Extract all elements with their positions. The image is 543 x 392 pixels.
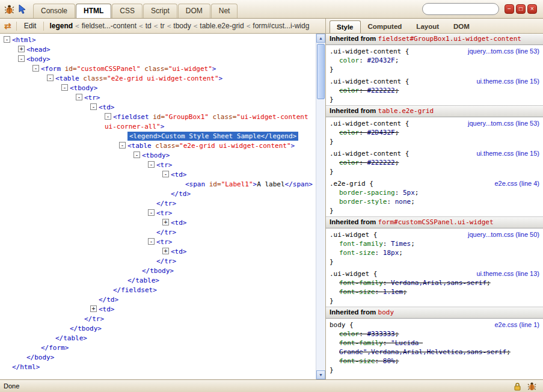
css-property[interactable]: font-size: 80%; bbox=[330, 357, 539, 366]
css-property[interactable]: color: #2D432F; bbox=[330, 56, 539, 65]
tree-node[interactable]: -<td> bbox=[1, 103, 314, 112]
tab-net[interactable]: Net bbox=[211, 4, 238, 18]
css-property[interactable]: font-family: "Lucida Grande",Verdana,Ari… bbox=[330, 338, 539, 357]
css-property[interactable]: font-size: 1.1em; bbox=[330, 287, 539, 296]
tree-node[interactable]: -<tr> bbox=[1, 161, 314, 170]
scrollbar-thumb[interactable] bbox=[317, 44, 325, 99]
css-property[interactable]: border-style: none; bbox=[330, 197, 539, 206]
collapse-icon[interactable]: - bbox=[90, 103, 97, 110]
tree-node[interactable]: -<tr> bbox=[1, 93, 314, 103]
tab-dom[interactable]: DOM bbox=[446, 20, 477, 33]
tree-node[interactable]: +<head> bbox=[1, 45, 314, 55]
css-property[interactable]: color: #2D432F; bbox=[330, 128, 539, 137]
scroll-up-icon[interactable]: ▲ bbox=[316, 34, 325, 43]
collapse-icon[interactable]: - bbox=[32, 65, 39, 72]
breadcrumb-item[interactable]: table.e2e-grid bbox=[197, 20, 246, 31]
vertical-scrollbar[interactable]: ▲ ▼ bbox=[316, 34, 325, 379]
css-property[interactable]: font-family: Times; bbox=[330, 239, 539, 248]
collapse-icon[interactable]: - bbox=[105, 113, 111, 120]
breadcrumb-item[interactable]: legend bbox=[47, 20, 75, 31]
expand-icon[interactable]: + bbox=[90, 305, 97, 312]
tab-layout[interactable]: Layout bbox=[409, 20, 446, 33]
tree-node[interactable]: </tr> bbox=[1, 228, 314, 237]
stylesheet-link[interactable]: jquery...tom.css (line 53) bbox=[468, 47, 539, 56]
tree-node[interactable]: -<tr> bbox=[1, 209, 314, 218]
tab-html[interactable]: HTML bbox=[76, 4, 111, 18]
firebug-icon[interactable] bbox=[4, 4, 14, 14]
lock-icon[interactable] bbox=[514, 382, 521, 391]
css-property[interactable]: font-size: 18px; bbox=[330, 248, 539, 257]
tree-node[interactable]: </td> bbox=[1, 189, 314, 199]
stylesheet-link[interactable]: ui.theme.css (line 15) bbox=[476, 77, 539, 86]
css-property[interactable]: color: #222222; bbox=[330, 158, 539, 167]
collapse-icon[interactable]: - bbox=[148, 238, 155, 245]
tree-node[interactable]: </fieldset> bbox=[1, 286, 314, 295]
collapse-icon[interactable]: - bbox=[119, 142, 126, 149]
tree-node[interactable]: -<body> bbox=[1, 55, 314, 64]
close-button[interactable]: × bbox=[527, 4, 537, 14]
css-property[interactable]: color: #222222; bbox=[330, 86, 539, 95]
tree-node[interactable]: +<td> bbox=[1, 247, 314, 257]
collapse-icon[interactable]: - bbox=[148, 161, 155, 168]
tree-node[interactable]: -<html> bbox=[1, 35, 314, 45]
detach-button[interactable]: □ bbox=[516, 4, 526, 14]
tree-node[interactable]: </tr> bbox=[1, 314, 314, 324]
tree-node[interactable]: </tr> bbox=[1, 199, 314, 209]
tree-node[interactable]: </table> bbox=[1, 276, 314, 286]
tree-node[interactable]: </tbody> bbox=[1, 266, 314, 276]
tab-css[interactable]: CSS bbox=[112, 4, 143, 18]
tree-node[interactable]: <span id="Label1">A label</span> bbox=[1, 180, 314, 189]
expand-icon[interactable]: + bbox=[18, 46, 25, 52]
element-reference[interactable]: table.e2e-grid bbox=[378, 107, 434, 115]
expand-icon[interactable]: + bbox=[162, 219, 169, 225]
tree-node[interactable]: -<tbody> bbox=[1, 84, 314, 93]
tree-node[interactable]: +<td> bbox=[1, 305, 314, 314]
tree-node[interactable]: </html> bbox=[1, 363, 314, 372]
breadcrumb-item[interactable]: td bbox=[143, 20, 154, 31]
tree-node[interactable]: -<table class="e2e-grid ui-widget-conten… bbox=[1, 141, 314, 151]
css-property[interactable]: font-family: Verdana,Arial,sans-serif; bbox=[330, 278, 539, 287]
minimize-button[interactable]: − bbox=[505, 4, 514, 14]
collapse-icon[interactable]: - bbox=[61, 84, 68, 91]
tree-node[interactable]: </tbody> bbox=[1, 324, 314, 334]
breadcrumb-item[interactable]: form#cust...i-widg bbox=[250, 20, 311, 31]
tree-node[interactable]: </tr> bbox=[1, 257, 314, 266]
tree-node[interactable]: </td> bbox=[1, 295, 314, 305]
firebug-status-icon[interactable] bbox=[527, 382, 536, 391]
tree-node[interactable]: </body> bbox=[1, 353, 314, 363]
stylesheet-link[interactable]: e2e.css (line 4) bbox=[494, 179, 539, 188]
tree-node[interactable]: </form> bbox=[1, 343, 314, 353]
tab-console[interactable]: Console bbox=[33, 4, 75, 18]
collapse-icon[interactable]: - bbox=[148, 209, 155, 216]
tree-node[interactable]: -<table class="e2e-grid ui-widget-conten… bbox=[1, 74, 314, 84]
tree-node[interactable]: </table> bbox=[1, 334, 314, 343]
breadcrumb-item[interactable]: tr bbox=[158, 20, 167, 31]
tree-node[interactable]: -<fieldset id="GroupBox1" class="ui-widg… bbox=[1, 112, 314, 132]
collapse-icon[interactable]: - bbox=[47, 75, 54, 81]
breadcrumb-item[interactable]: fieldset...-content bbox=[79, 20, 139, 31]
breadcrumb-item[interactable]: tbody bbox=[171, 20, 193, 31]
scroll-down-icon[interactable]: ▼ bbox=[316, 370, 325, 379]
tree-node[interactable]: -<td> bbox=[1, 170, 314, 180]
stylesheet-link[interactable]: jquery...tom.css (line 50) bbox=[468, 230, 539, 239]
collapse-icon[interactable]: - bbox=[133, 152, 140, 158]
tab-script[interactable]: Script bbox=[143, 4, 177, 18]
swap-arrows-icon[interactable]: ⇄ bbox=[4, 21, 11, 31]
search-input[interactable] bbox=[422, 3, 499, 15]
stylesheet-link[interactable]: jquery...tom.css (line 53) bbox=[468, 119, 539, 128]
tree-node[interactable]: -<tbody> bbox=[1, 151, 314, 161]
expand-icon[interactable]: + bbox=[162, 248, 169, 254]
collapse-icon[interactable]: - bbox=[4, 36, 10, 43]
stylesheet-link[interactable]: e2e.css (line 1) bbox=[494, 320, 539, 329]
edit-button[interactable]: Edit bbox=[20, 20, 41, 31]
element-reference[interactable]: body bbox=[378, 308, 394, 316]
tree-node[interactable]: +<td> bbox=[1, 218, 314, 228]
css-property[interactable]: border-spacing: 5px; bbox=[330, 188, 539, 197]
tab-computed[interactable]: Computed bbox=[361, 20, 410, 33]
tree-node[interactable]: <legend>Custom Style Sheet Sample</legen… bbox=[1, 132, 314, 141]
stylesheet-link[interactable]: ui.theme.css (line 13) bbox=[476, 269, 539, 278]
element-reference[interactable]: fieldset#GroupBox1.ui-widget-content bbox=[378, 35, 521, 43]
tree-node[interactable]: -<tr> bbox=[1, 237, 314, 247]
collapse-icon[interactable]: - bbox=[18, 55, 25, 62]
stylesheet-link[interactable]: ui.theme.css (line 15) bbox=[476, 149, 539, 158]
